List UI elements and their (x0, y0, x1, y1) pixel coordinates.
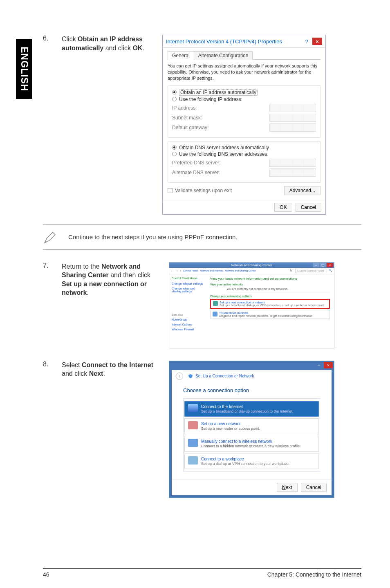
subnet-mask-input (269, 114, 316, 122)
sidebar-advanced-sharing[interactable]: Change advanced sharing settings (172, 287, 204, 293)
heading-change-settings: Change your networking settings (210, 295, 330, 298)
close-button[interactable]: × (312, 38, 322, 45)
heading-active-networks: View your active networks (210, 283, 330, 286)
page-footer: 46 Chapter 5: Connecting to the Internet (43, 568, 361, 578)
pen-icon (43, 230, 58, 245)
preferred-dns-input (269, 159, 316, 167)
chapter-title: Chapter 5: Connecting to the Internet (267, 571, 361, 578)
radio-obtain-ip-auto[interactable]: Obtain an IP address automatically (172, 89, 316, 96)
link-troubleshoot[interactable]: Troubleshoot problems Diagnose and repai… (210, 310, 330, 319)
link-setup-new-connection[interactable]: Set up a new connection or network Set u… (210, 299, 330, 309)
option-manual-wireless[interactable]: Manually connect to a wireless networkCo… (184, 436, 319, 452)
sidebar-see-also: See also (172, 313, 204, 316)
page-content: 6. Click Obtain an IP address automatica… (43, 35, 361, 563)
page-number: 46 (43, 571, 49, 578)
tabstrip: General Alternate Configuration (168, 51, 321, 60)
step-text: Select Connect to the Internet and click… (62, 361, 158, 498)
sidebar-homegroup[interactable]: HomeGroup (172, 318, 204, 321)
tcpip-properties-dialog: Internet Protocol Version 4 (TCP/IPv4) P… (162, 35, 326, 215)
checkbox-icon (168, 188, 173, 193)
label-gateway: Default gateway: (172, 125, 208, 130)
forward-icon[interactable]: → (175, 269, 178, 272)
step-8: 8. Select Connect to the Internet and cl… (43, 361, 361, 498)
ip-address-input (269, 104, 316, 112)
step-number: 7. (43, 262, 51, 348)
main-panel: View your basic network information and … (206, 274, 334, 348)
sidebar-internet-options[interactable]: Internet Options (172, 323, 204, 326)
option-setup-new-network[interactable]: Set up a new networkSet up a new router … (184, 418, 319, 434)
help-button[interactable]: ? (302, 38, 312, 45)
advanced-button[interactable]: Advanced... (284, 186, 321, 195)
dialog-title: Internet Protocol Version 4 (TCP/IPv4) P… (166, 38, 282, 45)
sidebar-change-adapter[interactable]: Change adapter settings (172, 282, 204, 285)
globe-icon (188, 404, 198, 412)
address-bar: ← → ↑ Control Panel › Network and Intern… (169, 268, 334, 274)
wireless-icon (188, 439, 198, 447)
search-input[interactable]: Search Control Panel (295, 269, 327, 273)
radio-icon (172, 145, 177, 150)
sidebar-control-panel-home[interactable]: Control Panel Home (172, 277, 204, 280)
window-title: Network and Sharing Center (231, 263, 272, 267)
text-not-connected: You are currently not connected to any n… (226, 287, 330, 292)
option-connect-workplace[interactable]: Connect to a workplaceSet up a dial-up o… (184, 453, 319, 469)
minimize-button[interactable]: – (313, 263, 319, 267)
label-ip-address: IP address: (172, 105, 197, 111)
search-icon[interactable]: 🔍 (329, 269, 332, 272)
step-number: 6. (43, 35, 51, 215)
sidebar: Control Panel Home Change adapter settin… (169, 274, 206, 348)
close-button[interactable]: × (324, 362, 333, 368)
router-icon (188, 421, 198, 429)
dialog-titlebar: Internet Protocol Version 4 (TCP/IPv4) P… (163, 35, 325, 48)
option-connect-internet[interactable]: Connect to the InternetSet up a broadban… (184, 401, 319, 417)
radio-icon (172, 90, 177, 94)
wizard-header: ‹ Set Up a Connection or Network (172, 370, 332, 382)
ok-button[interactable]: OK (274, 203, 292, 212)
step-number: 8. (43, 361, 51, 498)
label-subnet: Subnet mask: (172, 115, 202, 121)
wizard-heading: Choose a connection option (183, 387, 320, 393)
setup-connection-wizard: – × ‹ Set Up a Connection or Network Cho… (169, 361, 334, 498)
tab-general[interactable]: General (168, 51, 194, 60)
network-sharing-center-window: Network and Sharing Center – ▢ × ← → ↑ C… (169, 262, 334, 348)
cancel-button[interactable]: Cancel (301, 483, 327, 492)
step-7: 7. Return to the Network and Sharing Cen… (43, 262, 361, 348)
heading-basic-info: View your basic network information and … (210, 277, 330, 281)
radio-icon (172, 97, 177, 101)
note: Continue to the next steps if you are us… (43, 224, 361, 250)
label-alternate-dns: Alternate DNS server: (172, 170, 220, 175)
window-titlebar: Network and Sharing Center – ▢ × (169, 263, 334, 268)
cancel-button[interactable]: Cancel (296, 203, 321, 212)
back-icon[interactable]: ← (171, 269, 174, 272)
step-text: Return to the Network and Sharing Center… (62, 262, 158, 348)
up-icon[interactable]: ↑ (180, 269, 182, 272)
gateway-input (269, 123, 316, 132)
step-6: 6. Click Obtain an IP address automatica… (43, 35, 361, 215)
next-button[interactable]: Next (277, 483, 298, 492)
sidebar-windows-firewall[interactable]: Windows Firewall (172, 328, 204, 331)
maximize-button[interactable]: ▢ (320, 263, 326, 267)
step-text: Click Obtain an IP address automatically… (62, 35, 152, 215)
radio-obtain-dns-auto[interactable]: Obtain DNS server address automatically (172, 145, 316, 150)
note-text: Continue to the next steps if you are us… (68, 233, 238, 240)
troubleshoot-icon (213, 312, 217, 316)
minimize-button[interactable]: – (314, 362, 323, 368)
close-button[interactable]: × (327, 263, 333, 267)
breadcrumb[interactable]: Control Panel › Network and Internet › N… (183, 269, 287, 272)
network-icon (213, 301, 218, 306)
tab-alternate-config[interactable]: Alternate Configuration (194, 51, 253, 60)
shield-icon (188, 374, 193, 379)
label-preferred-dns: Preferred DNS server: (172, 160, 221, 166)
dialog-description: You can get IP settings assigned automat… (168, 63, 321, 81)
back-button[interactable]: ‹ (176, 373, 183, 380)
radio-use-following-dns[interactable]: Use the following DNS server addresses: (172, 151, 316, 157)
alternate-dns-input (269, 168, 316, 177)
refresh-icon[interactable]: ↻ (289, 269, 294, 272)
building-icon (188, 456, 198, 465)
checkbox-validate-settings[interactable]: Validate settings upon exit (168, 188, 232, 193)
radio-use-following-ip[interactable]: Use the following IP address: (172, 97, 316, 102)
language-tab: ENGLISH (16, 39, 32, 99)
wizard-title: Set Up a Connection or Network (195, 374, 254, 378)
radio-icon (172, 152, 177, 156)
